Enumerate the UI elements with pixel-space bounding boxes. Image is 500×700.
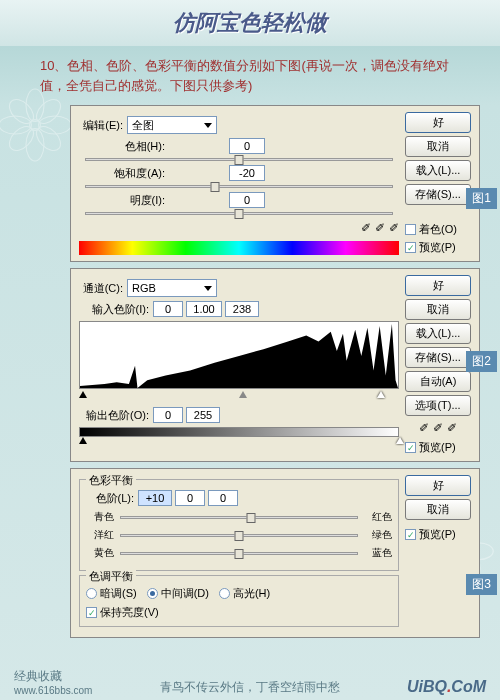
channel-value: RGB: [132, 282, 156, 294]
input-black[interactable]: [153, 301, 183, 317]
ok-button[interactable]: 好: [405, 275, 471, 296]
levels-dialog: 图2 通道(C): RGB 输入色阶(I):: [70, 268, 480, 462]
preview-checkbox[interactable]: ✓预览(P): [405, 240, 471, 255]
output-gradient: [79, 427, 399, 437]
figure-label-2: 图2: [466, 351, 497, 372]
red-label: 红色: [364, 510, 392, 524]
level-label: 色阶(L):: [86, 491, 138, 506]
level-0[interactable]: [138, 490, 172, 506]
svg-point-2: [26, 129, 44, 161]
yellow-label: 黄色: [86, 546, 114, 560]
input-levels-label: 输入色阶(I):: [79, 302, 153, 317]
intro-text: 10、色相、色阶、色彩平衡的数值分别如下图(再说一次，调色没有绝对值，全凭自己的…: [0, 46, 500, 103]
light-input[interactable]: [229, 192, 265, 208]
save-button[interactable]: 存储(S)...: [405, 184, 471, 205]
level-1[interactable]: [175, 490, 205, 506]
hue-input[interactable]: [229, 138, 265, 154]
input-gamma[interactable]: [186, 301, 222, 317]
preview-checkbox[interactable]: ✓预览(P): [405, 440, 471, 455]
hue-gradient-bar: [79, 241, 399, 255]
sat-input[interactable]: [229, 165, 265, 181]
midtones-radio[interactable]: 中间调(D): [147, 586, 209, 601]
ok-button[interactable]: 好: [405, 475, 471, 496]
svg-point-8: [5, 122, 38, 155]
gray-eyedropper-icon[interactable]: ✐: [433, 421, 443, 435]
channel-label: 通道(C):: [79, 281, 127, 296]
svg-point-6: [32, 122, 65, 155]
logo: UiBQ.CoM: [407, 678, 486, 696]
auto-button[interactable]: 自动(A): [405, 371, 471, 392]
footer: 经典收藏 www.616bbs.com 青鸟不传云外信，丁香空结雨中愁 UiBQ…: [0, 668, 500, 696]
sat-slider[interactable]: [85, 185, 393, 188]
white-eyedropper-icon[interactable]: ✐: [447, 421, 457, 435]
output-slider[interactable]: [79, 439, 399, 447]
color-balance-dialog: 图3 色彩平衡 色阶(L): 青色红色 洋红绿色 黄色蓝色 色调平衡 暗调(S): [70, 468, 480, 638]
chevron-down-icon: [204, 286, 212, 291]
magenta-label: 洋红: [86, 528, 114, 542]
eyedropper-add-icon[interactable]: ✐: [375, 221, 385, 235]
channel-select[interactable]: RGB: [127, 279, 217, 297]
ok-button[interactable]: 好: [405, 112, 471, 133]
hue-slider[interactable]: [85, 158, 393, 161]
svg-point-0: [30, 120, 41, 131]
highlights-radio[interactable]: 高光(H): [219, 586, 270, 601]
output-white[interactable]: [186, 407, 220, 423]
figure-label-1: 图1: [466, 188, 497, 209]
save-button[interactable]: 存储(S)...: [405, 347, 471, 368]
edit-select[interactable]: 全图: [127, 116, 217, 134]
hue-saturation-dialog: 图1 编辑(E): 全图 色相(H): 饱和度(A):: [70, 105, 480, 262]
load-button[interactable]: 载入(L)...: [405, 323, 471, 344]
shadows-radio[interactable]: 暗调(S): [86, 586, 137, 601]
chevron-down-icon: [204, 123, 212, 128]
page-title: 仿阿宝色轻松做: [0, 0, 500, 46]
eyedropper-sub-icon[interactable]: ✐: [389, 221, 399, 235]
cancel-button[interactable]: 取消: [405, 299, 471, 320]
input-slider[interactable]: [79, 393, 399, 401]
tone-legend: 色调平衡: [86, 569, 136, 584]
cyan-red-slider[interactable]: [120, 516, 358, 519]
light-slider[interactable]: [85, 212, 393, 215]
footer-poem: 青鸟不传云外信，丁香空结雨中愁: [160, 679, 340, 696]
magenta-green-slider[interactable]: [120, 534, 358, 537]
histogram: [79, 321, 399, 389]
svg-point-4: [39, 116, 71, 134]
footer-collect: 经典收藏: [14, 668, 92, 685]
edit-value: 全图: [132, 118, 154, 133]
colorize-checkbox[interactable]: 着色(O): [405, 222, 471, 237]
yellow-blue-slider[interactable]: [120, 552, 358, 555]
color-balance-legend: 色彩平衡: [86, 473, 136, 488]
cyan-label: 青色: [86, 510, 114, 524]
options-button[interactable]: 选项(T)...: [405, 395, 471, 416]
hue-label: 色相(H):: [79, 139, 169, 154]
preserve-lum-checkbox[interactable]: ✓保持亮度(V): [86, 605, 392, 620]
load-button[interactable]: 载入(L)...: [405, 160, 471, 181]
footer-site: www.616bbs.com: [14, 685, 92, 696]
level-2[interactable]: [208, 490, 238, 506]
preview-checkbox[interactable]: ✓预览(P): [405, 527, 471, 542]
edit-label: 编辑(E):: [79, 118, 127, 133]
sat-label: 饱和度(A):: [79, 166, 169, 181]
output-black[interactable]: [153, 407, 183, 423]
green-label: 绿色: [364, 528, 392, 542]
input-white[interactable]: [225, 301, 259, 317]
cancel-button[interactable]: 取消: [405, 136, 471, 157]
eyedropper-icon[interactable]: ✐: [361, 221, 371, 235]
figure-label-3: 图3: [466, 574, 497, 595]
black-eyedropper-icon[interactable]: ✐: [419, 421, 429, 435]
svg-point-3: [0, 116, 31, 134]
blue-label: 蓝色: [364, 546, 392, 560]
output-levels-label: 输出色阶(O):: [79, 408, 153, 423]
cancel-button[interactable]: 取消: [405, 499, 471, 520]
light-label: 明度(I):: [79, 193, 169, 208]
